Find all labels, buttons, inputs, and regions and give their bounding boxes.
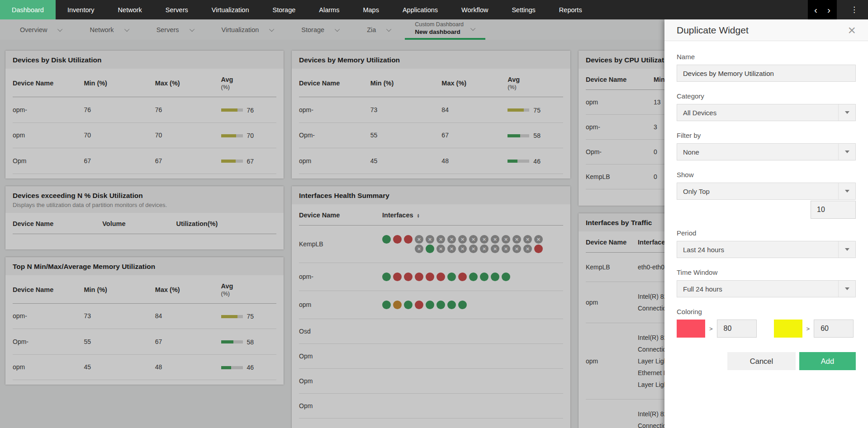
filter-value: None: [677, 144, 838, 160]
top-nav-tab-servers[interactable]: Servers: [154, 0, 200, 19]
name-label: Name: [677, 53, 856, 61]
field-show: Show Only Top: [677, 171, 856, 200]
color-swatch-yellow[interactable]: [774, 320, 802, 338]
top-nav-tab-network[interactable]: Network: [106, 0, 154, 19]
coloring-row: > 80 > 60: [677, 320, 856, 338]
modal-dim-overlay: [0, 19, 664, 428]
add-button[interactable]: Add: [799, 352, 856, 370]
kebab-menu-icon[interactable]: ⋮: [837, 0, 868, 19]
name-input[interactable]: Devices by Memory Utilization: [677, 65, 856, 82]
panel-body: Name Devices by Memory Utilization Categ…: [664, 41, 868, 370]
top-nav-tab-storage[interactable]: Storage: [261, 0, 308, 19]
time-window-value: Full 24 hours: [677, 281, 838, 297]
threshold-input-red[interactable]: 80: [717, 320, 757, 338]
panel-title: Duplicate Widget: [677, 25, 749, 36]
chevron-down-icon: [838, 144, 855, 160]
nav-prev-icon[interactable]: ‹: [812, 5, 819, 14]
top-nav-tab-alarms[interactable]: Alarms: [307, 0, 351, 19]
top-nav-tab-settings[interactable]: Settings: [500, 0, 547, 19]
chevron-down-icon: [838, 281, 855, 297]
top-nav-tab-dashboard[interactable]: Dashboard: [0, 0, 56, 19]
field-category: Category All Devices: [677, 92, 856, 121]
show-label: Show: [677, 171, 856, 179]
filter-select[interactable]: None: [677, 143, 856, 160]
color-swatch-red[interactable]: [677, 320, 705, 338]
coloring-label: Coloring: [677, 308, 856, 315]
field-filter: Filter by None: [677, 132, 856, 160]
top-nav-tabs: DashboardInventoryNetworkServersVirtuali…: [0, 0, 594, 19]
nav-next-icon[interactable]: ›: [825, 5, 832, 14]
panel-buttons: Cancel Add: [677, 352, 856, 370]
duplicate-widget-panel: Duplicate Widget × Name Devices by Memor…: [664, 19, 868, 428]
period-value: Last 24 hours: [677, 241, 838, 258]
field-period: Period Last 24 hours: [677, 229, 856, 258]
top-nav-tab-reports[interactable]: Reports: [547, 0, 594, 19]
cancel-button[interactable]: Cancel: [727, 352, 796, 370]
field-time-window: Time Window Full 24 hours: [677, 268, 856, 297]
field-name: Name Devices by Memory Utilization: [677, 53, 856, 82]
top-nav-tab-applications[interactable]: Applications: [391, 0, 450, 19]
top-nav-tab-maps[interactable]: Maps: [351, 0, 390, 19]
category-label: Category: [677, 92, 856, 100]
category-value: All Devices: [677, 104, 838, 121]
chevron-down-icon: [838, 104, 855, 121]
coloring-operator: >: [806, 325, 810, 332]
top-nav-tab-virtualization[interactable]: Virtualization: [200, 0, 261, 19]
nav-arrows: ‹ ›: [808, 0, 837, 19]
show-select[interactable]: Only Top: [677, 183, 856, 200]
top-nav-right: ‹ › ⋮: [808, 0, 868, 19]
show-count-input[interactable]: 10: [811, 201, 856, 219]
chevron-down-icon: [838, 241, 855, 258]
opmanager-dashboard-screen: DashboardInventoryNetworkServersVirtuali…: [0, 0, 868, 428]
show-value: Only Top: [677, 183, 838, 199]
close-icon[interactable]: ×: [848, 24, 856, 37]
field-show-count: 10: [677, 201, 856, 219]
category-select[interactable]: All Devices: [677, 104, 856, 121]
period-label: Period: [677, 229, 856, 237]
period-select[interactable]: Last 24 hours: [677, 241, 856, 258]
field-coloring: Coloring > 80 > 60: [677, 308, 856, 338]
time-window-label: Time Window: [677, 268, 856, 276]
filter-label: Filter by: [677, 132, 856, 139]
chevron-down-icon: [838, 183, 855, 199]
top-nav-tab-workflow[interactable]: Workflow: [450, 0, 500, 19]
top-nav-tab-inventory[interactable]: Inventory: [56, 0, 106, 19]
threshold-input-yellow[interactable]: 60: [814, 320, 854, 338]
coloring-operator: >: [709, 325, 713, 332]
panel-header: Duplicate Widget ×: [664, 19, 868, 41]
top-navigation: DashboardInventoryNetworkServersVirtuali…: [0, 0, 868, 19]
time-window-select[interactable]: Full 24 hours: [677, 280, 856, 297]
